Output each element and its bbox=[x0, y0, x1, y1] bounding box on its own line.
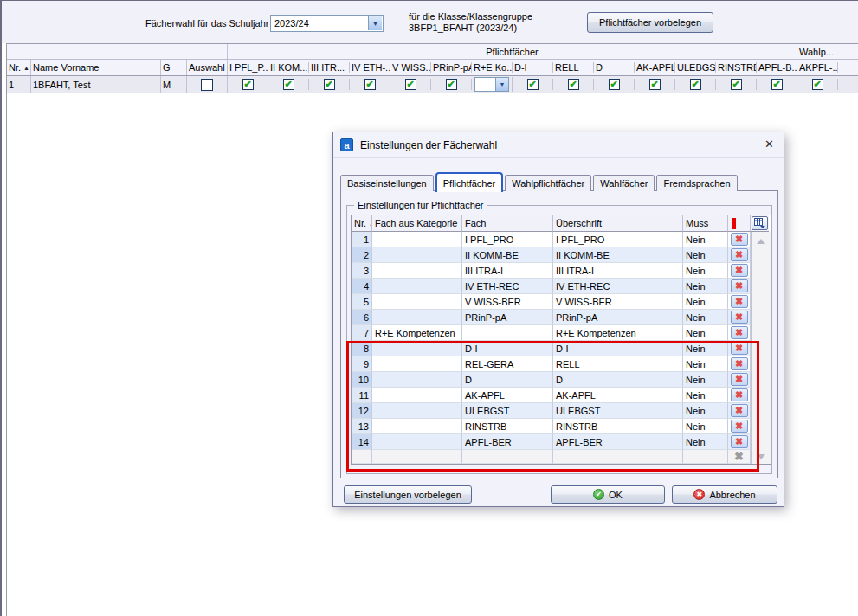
delete-row-button[interactable]: ✖ bbox=[731, 342, 748, 355]
column-header-ueberschrift[interactable]: Überschrift bbox=[553, 215, 683, 232]
subject-column-header[interactable]: AKPFL-... bbox=[797, 62, 838, 73]
close-icon[interactable]: ✕ bbox=[764, 138, 774, 150]
scroll-down-icon[interactable] bbox=[757, 454, 765, 459]
dialog-table-row[interactable]: 14APFL-BERAPFL-BERNein✖ bbox=[352, 434, 751, 450]
dialog-table-row[interactable]: 1I PFL_PROI PFL_PRONein✖ bbox=[352, 232, 751, 247]
dialog-table-row[interactable]: 10DDNein✖ bbox=[352, 372, 751, 388]
delete-row-button[interactable]: ✖ bbox=[731, 311, 748, 324]
column-header-fach-aus-kategorie[interactable]: Fach aus Kategorie bbox=[372, 215, 462, 232]
subject-column-header[interactable]: RELL bbox=[553, 62, 594, 73]
app-icon: a bbox=[340, 138, 353, 151]
subject-checkbox[interactable]: ✔ bbox=[324, 79, 335, 90]
subject-combobox[interactable]: ▼ bbox=[474, 77, 509, 92]
cell-action: ✖ bbox=[728, 450, 751, 464]
delete-row-button[interactable]: ✖ bbox=[731, 435, 748, 448]
column-header-nr[interactable]: Nr. ▲ bbox=[352, 215, 372, 232]
vertical-scrollbar[interactable] bbox=[751, 232, 771, 464]
subject-column-header[interactable]: III ITR... bbox=[309, 62, 350, 73]
dialog-titlebar[interactable]: a Einstellungen der Fächerwahl ✕ bbox=[333, 132, 784, 158]
column-header-nr[interactable]: Nr. ▲ bbox=[7, 60, 31, 75]
subject-checkbox[interactable]: ✔ bbox=[242, 79, 254, 90]
subject-column-header[interactable]: PRinP-pA bbox=[431, 62, 472, 73]
subject-checkbox[interactable]: ✔ bbox=[812, 79, 823, 90]
subject-checkbox[interactable]: ✔ bbox=[283, 79, 294, 90]
delete-row-button[interactable]: ✖ bbox=[731, 404, 748, 417]
subject-checkbox[interactable]: ✔ bbox=[649, 79, 661, 90]
subject-checkbox[interactable]: ✔ bbox=[568, 79, 579, 90]
cell-fach-aus-kategorie bbox=[372, 356, 462, 372]
subject-column-header[interactable]: IV ETH-... bbox=[350, 62, 390, 73]
subject-checkbox[interactable]: ✔ bbox=[364, 79, 376, 90]
delete-row-button[interactable]: ✖ bbox=[731, 326, 748, 339]
subject-checkbox[interactable]: ✔ bbox=[731, 79, 742, 90]
dialog-table-row[interactable]: 11AK-APFLAK-APFLNein✖ bbox=[352, 388, 751, 403]
auswahl-checkbox[interactable] bbox=[201, 79, 213, 91]
subject-column-header[interactable]: V WISS... bbox=[390, 62, 431, 73]
column-header-auswahl[interactable]: Auswahl bbox=[187, 60, 228, 75]
cancel-x-icon: ✖ bbox=[693, 489, 705, 500]
subject-column-header[interactable]: I PFL_P... bbox=[228, 62, 268, 73]
delete-row-button[interactable]: ✖ bbox=[731, 264, 748, 277]
window-left-border bbox=[0, 0, 2, 616]
column-header-name[interactable]: Name Vorname bbox=[31, 60, 161, 75]
group-header-pflichtfaecher: Pflichtfächer bbox=[228, 44, 797, 59]
cell-auswahl bbox=[187, 76, 228, 93]
delete-row-button[interactable]: ✖ bbox=[731, 388, 748, 401]
subject-column-header[interactable]: R+E Ko... bbox=[472, 62, 513, 73]
subject-column-header[interactable]: ULEBGST bbox=[675, 62, 716, 73]
cell-fach-aus-kategorie bbox=[372, 434, 462, 450]
dialog-table-row[interactable]: 6PRinP-pAPRinP-pANein✖ bbox=[352, 310, 751, 325]
subject-column-header[interactable]: D-I bbox=[513, 62, 553, 73]
column-picker-button[interactable] bbox=[752, 216, 768, 230]
dialog-table-row[interactable]: 13RINSTRBRINSTRBNein✖ bbox=[352, 419, 751, 434]
subject-checkbox[interactable]: ✔ bbox=[771, 79, 783, 90]
scroll-up-icon[interactable] bbox=[757, 239, 765, 244]
delete-row-button[interactable]: ✖ bbox=[731, 295, 748, 308]
subject-column-header[interactable]: RINSTRB bbox=[716, 62, 757, 73]
subject-checkbox[interactable]: ✔ bbox=[690, 79, 701, 90]
delete-x-icon: ✖ bbox=[735, 328, 743, 337]
tab-fremdsprachen[interactable]: Fremdsprachen bbox=[656, 175, 737, 191]
delete-row-button[interactable]: ✖ bbox=[731, 233, 748, 246]
pflichtfaecher-vorbelegen-button[interactable]: Pflichtfächer vorbelegen bbox=[587, 12, 713, 33]
schuljahr-select[interactable]: 2023/24 ▼ bbox=[270, 15, 384, 32]
subject-checkbox[interactable]: ✔ bbox=[609, 79, 620, 90]
subject-column-header[interactable]: APFL-B... bbox=[757, 62, 797, 73]
dialog-table-row[interactable]: 8D-ID-INein✖ bbox=[352, 341, 751, 356]
dialog-table-row[interactable]: 9REL-GERARELLNein✖ bbox=[352, 356, 751, 372]
subject-column-header[interactable]: AK-APFL bbox=[635, 62, 675, 73]
delete-x-icon: ✖ bbox=[735, 437, 743, 446]
dialog-table-row[interactable]: 7R+E KompetenzenR+E KompetenzenNein✖ bbox=[352, 325, 751, 341]
delete-row-button[interactable]: ✖ bbox=[731, 279, 748, 292]
cell-nr: 6 bbox=[352, 310, 372, 325]
tab-pflichtfaecher[interactable]: Pflichtfächer bbox=[435, 172, 504, 192]
subject-column-header[interactable]: D bbox=[594, 62, 635, 73]
cancel-button-label: Abbrechen bbox=[709, 490, 755, 500]
dialog-table-row[interactable]: 12ULEBGSTULEBGSTNein✖ bbox=[352, 403, 751, 419]
dialog-table-row[interactable]: 3III ITRA-IIII ITRA-INein✖ bbox=[352, 263, 751, 279]
cell-fach: D bbox=[462, 372, 553, 388]
delete-row-button[interactable]: ✖ bbox=[731, 373, 748, 386]
subject-checkbox[interactable]: ✔ bbox=[446, 79, 457, 90]
subject-checkbox[interactable]: ✔ bbox=[527, 79, 539, 90]
cancel-button[interactable]: ✖ Abbrechen bbox=[672, 485, 777, 504]
subject-column-header[interactable]: II KOM... bbox=[268, 62, 309, 73]
cell-muss: Nein bbox=[683, 356, 728, 372]
einstellungen-vorbelegen-button[interactable]: Einstellungen vorbelegen bbox=[344, 485, 472, 504]
student-row[interactable]: 1 1BFAHT, Test M ✔✔✔✔✔✔▼✔✔✔✔✔✔✔✔ bbox=[7, 76, 858, 93]
subject-checkbox[interactable]: ✔ bbox=[405, 79, 416, 90]
dialog-table-row[interactable]: 5V WISS-BERV WISS-BERNein✖ bbox=[352, 294, 751, 310]
dialog-table-row[interactable]: 2II KOMM-BEII KOMM-BENein✖ bbox=[352, 247, 751, 263]
tab-basiseinstellungen[interactable]: Basiseinstellungen bbox=[340, 175, 434, 191]
ok-button[interactable]: ✔ OK bbox=[551, 485, 665, 504]
column-header-muss[interactable]: Muss bbox=[683, 215, 728, 232]
column-header-fach[interactable]: Fach bbox=[462, 215, 553, 232]
delete-row-button[interactable]: ✖ bbox=[731, 420, 748, 433]
dialog-table-row[interactable]: 4IV ETH-RECIV ETH-RECNein✖ bbox=[352, 279, 751, 294]
check-icon: ✔ bbox=[325, 80, 332, 89]
delete-row-button[interactable]: ✖ bbox=[731, 248, 748, 261]
tab-wahlfaecher[interactable]: Wahlfächer bbox=[593, 175, 655, 191]
column-header-geschlecht[interactable]: G bbox=[161, 60, 187, 75]
delete-row-button[interactable]: ✖ bbox=[731, 357, 748, 370]
tab-wahlpflichtfaecher[interactable]: Wahlpflichtfächer bbox=[505, 175, 591, 191]
